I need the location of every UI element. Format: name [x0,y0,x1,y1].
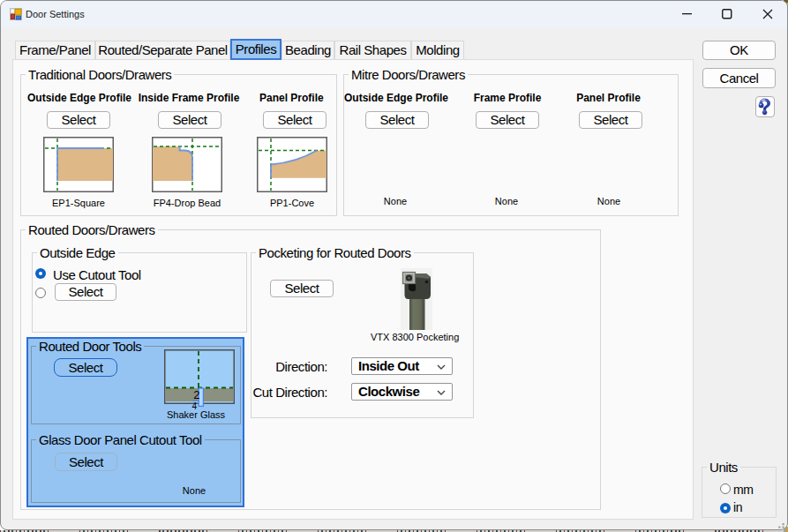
svg-text:2: 2 [193,388,199,401]
svg-text:4: 4 [191,401,197,410]
